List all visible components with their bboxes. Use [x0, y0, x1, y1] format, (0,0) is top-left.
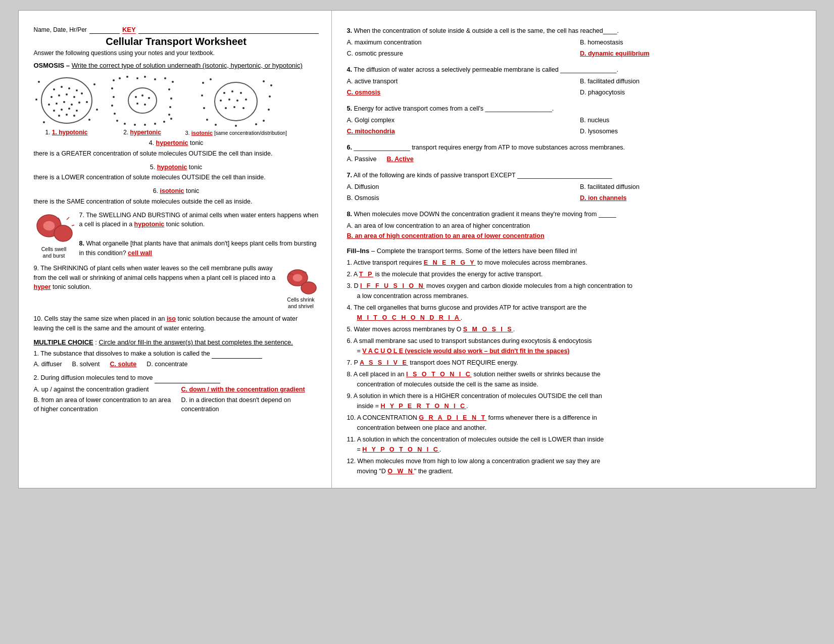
svg-point-79	[225, 107, 227, 109]
cells-shrink-svg	[283, 264, 319, 296]
svg-point-46	[124, 123, 126, 125]
q4-text: tonic	[190, 139, 203, 146]
rq4-num: 4.	[347, 66, 352, 73]
svg-point-1	[93, 83, 95, 85]
svg-point-52	[128, 88, 157, 113]
q7-answer: hypotonic	[134, 221, 165, 228]
svg-point-12	[58, 94, 60, 96]
svg-point-28	[73, 115, 75, 117]
svg-point-76	[228, 98, 230, 101]
svg-point-77	[236, 100, 238, 102]
svg-point-13	[66, 93, 68, 95]
svg-point-38	[168, 88, 170, 90]
mc2-opt-d: D. in a direction that doesn't depend on…	[181, 395, 319, 415]
svg-point-54	[141, 94, 143, 96]
rq5-text: Energy for active transport comes from a…	[354, 105, 554, 112]
mc1-num: 1.	[34, 350, 39, 357]
rq8-block: 8. When molecules move DOWN the concentr…	[347, 209, 803, 241]
q6-num: 6.	[153, 187, 158, 194]
fill-1: 1. Active transport requires E N E R G Y…	[347, 258, 803, 268]
svg-point-81	[242, 107, 244, 109]
rq7-options: A. Diffusion B. facilitated diffusion B.…	[347, 182, 803, 203]
rq7-opt-b: B. Osmosis	[347, 193, 570, 203]
svg-point-47	[134, 124, 136, 126]
svg-point-64	[203, 107, 205, 109]
svg-point-53	[135, 96, 137, 98]
left-column: Name, Date, Hr/Per KEY Cellular Transpor…	[19, 11, 332, 488]
svg-point-60	[263, 80, 265, 82]
q9-container: 9. The SHRINKING of plant cells when wat…	[34, 264, 319, 310]
svg-point-35	[164, 77, 166, 79]
q8-num: 8.	[79, 240, 84, 247]
svg-point-8	[61, 86, 63, 88]
fill-7: 7. P A S S I V E transport does NOT REQU…	[347, 358, 803, 368]
fill-9: 9. A solution in which there is a HIGHER…	[347, 391, 803, 411]
diagram-hypertonic: 2. hypertonic	[110, 74, 175, 136]
svg-point-0	[38, 81, 40, 83]
q5-text: tonic	[189, 164, 202, 171]
rq8-opt-b: B. an area of high concentration to an a…	[347, 231, 803, 241]
rq8-options: A. an area of low concentration to an ar…	[347, 221, 803, 241]
rq8-num: 8.	[347, 211, 352, 218]
mc1-text: The substance that dissolves to make a s…	[40, 350, 210, 357]
rq6-options: A. Passive B. Active	[347, 154, 803, 164]
mc2-num: 2.	[34, 374, 39, 381]
svg-point-21	[86, 101, 88, 103]
right-column: 3. When the concentration of solute insi…	[332, 11, 816, 488]
fill-4: 4. The cell organelles that burns glucos…	[347, 303, 803, 323]
q10-block: 10. Cells stay the same size when placed…	[34, 314, 319, 333]
svg-point-84	[54, 225, 72, 241]
svg-point-31	[126, 76, 128, 78]
rq4-opt-a: A. active transport	[347, 76, 570, 86]
svg-point-80	[233, 106, 235, 108]
rq7-block: 7. All of the following are kinds of pas…	[347, 170, 803, 203]
rq3-opt-d: D. dynamic equilibrium	[580, 48, 803, 59]
svg-point-30	[119, 77, 121, 79]
mc1-opt-b: B. solvent	[72, 360, 100, 369]
q7-container: Cells swelland burst 7. The SWELLING AND…	[34, 211, 319, 260]
svg-point-66	[206, 119, 208, 121]
svg-point-18	[63, 101, 65, 103]
mc1-options: A. diffuser B. solvent C. solute D. conc…	[34, 360, 319, 369]
svg-point-70	[255, 123, 257, 125]
svg-point-7	[53, 88, 55, 90]
svg-point-62	[201, 94, 203, 96]
q5-answer: hypotonic	[157, 164, 187, 171]
svg-point-89	[292, 274, 303, 282]
rq3-opt-a: A. maximum concentration	[347, 37, 570, 47]
svg-point-11	[51, 96, 53, 98]
svg-point-6	[41, 78, 92, 123]
svg-point-43	[114, 113, 116, 115]
hypertonic-svg	[110, 74, 175, 127]
q4-block: 4. hypertonic tonic there is a GREATER c…	[34, 138, 319, 159]
osmosis-header: OSMOSIS –	[34, 62, 70, 69]
mc-section: MULTIPLE CHOICE : Circle and/or fill-in …	[34, 338, 319, 415]
rq8-opt-a: A. an area of low concentration to an ar…	[347, 221, 803, 231]
svg-point-44	[168, 114, 170, 116]
rq4-block: 4. The diffusion of water across a selec…	[347, 65, 803, 97]
name-line: Name, Date, Hr/Per KEY	[34, 26, 319, 34]
q6-block: 6. isotonic tonic there is the SAME conc…	[34, 186, 319, 207]
rq5-num: 5.	[347, 105, 352, 112]
page-subtitle: Answer the following questions using you…	[34, 49, 319, 57]
q5-num: 5.	[150, 164, 155, 171]
page-container: Name, Date, Hr/Per KEY Cellular Transpor…	[18, 10, 816, 488]
cells-swell-visual: Cells swelland burst	[34, 211, 74, 260]
rq5-block: 5. Energy for active transport comes fro…	[347, 104, 803, 136]
svg-point-73	[231, 90, 233, 92]
svg-point-67	[263, 120, 265, 122]
svg-point-65	[268, 109, 270, 111]
svg-point-25	[76, 110, 78, 112]
svg-line-86	[67, 217, 69, 220]
rq3-opt-b: B. homeostasis	[580, 37, 803, 47]
rq4-opt-d: D. phagocytosis	[580, 87, 803, 97]
svg-point-71	[215, 82, 257, 121]
rq3-opt-c: C. osmotic pressure	[347, 48, 570, 59]
svg-point-59	[210, 78, 212, 80]
q9-text2: tonic solution.	[53, 283, 91, 290]
q10-answer: iso	[167, 315, 176, 322]
osmosis-section: OSMOSIS – Write the correct type of solu…	[34, 62, 319, 207]
isotonic-svg	[198, 75, 274, 128]
svg-point-36	[172, 81, 174, 83]
q10-num: 10.	[34, 315, 42, 322]
